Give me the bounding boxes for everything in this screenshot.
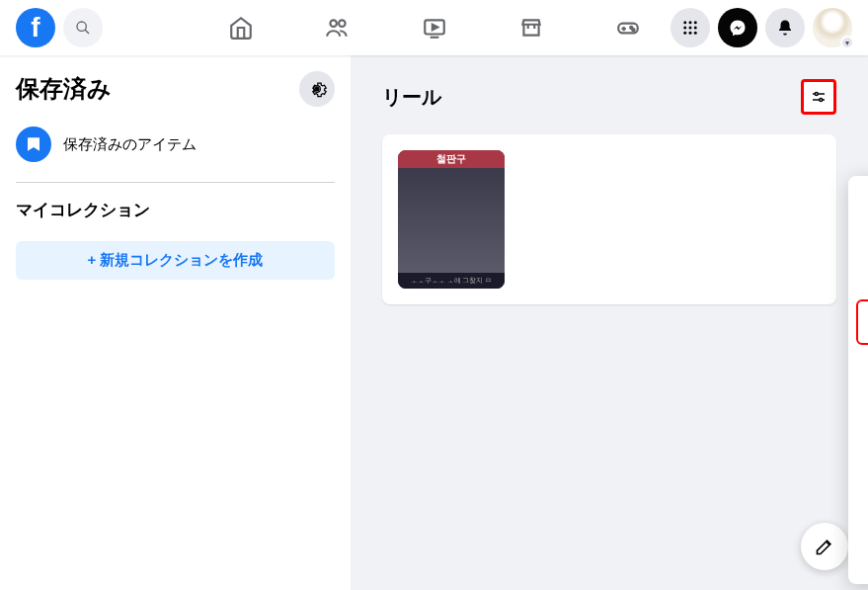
filter-button[interactable]	[801, 79, 836, 115]
svg-marker-6	[432, 25, 436, 30]
filter-option-spot[interactable]: スポット	[856, 383, 868, 422]
filter-option-product[interactable]: 製品	[856, 422, 868, 461]
svg-point-15	[683, 27, 686, 30]
watch-icon	[422, 15, 447, 41]
svg-point-0	[77, 22, 86, 31]
sidebar-item-saved[interactable]: 保存済みのアイテム	[8, 119, 343, 170]
svg-point-3	[339, 20, 346, 27]
create-collection-label: + 新規コレクションを作成	[88, 251, 264, 270]
nav-gaming[interactable]	[584, 4, 672, 51]
create-collection-button[interactable]: + 新規コレクションを作成	[16, 241, 335, 280]
svg-point-13	[689, 21, 692, 24]
gaming-icon	[615, 15, 641, 41]
friends-icon	[325, 15, 351, 41]
thumb-text-top: 철판구	[398, 150, 505, 168]
menu-button[interactable]	[671, 8, 710, 47]
filter-option-coupon[interactable]: クーポン	[856, 499, 868, 538]
svg-point-17	[694, 27, 697, 30]
content-header: リール	[382, 79, 836, 115]
nav-marketplace[interactable]	[487, 4, 576, 51]
account-avatar[interactable]: ▾	[813, 8, 852, 47]
filter-option-photo[interactable]: 写真	[856, 345, 868, 383]
reel-card[interactable]: 철판구 ㅗㅗ구ㅗㅗ ㅗ에 그찾지 ㅁ	[382, 134, 836, 304]
svg-point-16	[689, 27, 692, 30]
filter-option-event[interactable]: イベント	[856, 461, 868, 499]
nav-home[interactable]	[197, 4, 285, 51]
svg-point-20	[694, 32, 697, 35]
filter-option-all[interactable]: すべて	[856, 184, 868, 222]
content-area: リール 철판구 ㅗㅗ구ㅗㅗ ㅗ에 그찾지 ㅁ すべて リンク 動画 リール✓ 写…	[351, 55, 868, 590]
compose-button[interactable]	[801, 523, 848, 570]
thumb-image	[398, 168, 505, 273]
gear-icon	[307, 79, 327, 99]
divider	[16, 182, 335, 183]
nav-watch[interactable]	[390, 4, 479, 51]
messenger-icon	[729, 19, 747, 37]
sidebar-header: 保存済み	[8, 71, 343, 119]
reel-thumbnail: 철판구 ㅗㅗ구ㅗㅗ ㅗ에 그찾지 ㅁ	[398, 150, 505, 289]
saved-icon	[16, 126, 51, 162]
filter-dropdown: すべて リンク 動画 リール✓ 写真 スポット 製品 イベント クーポン その他	[848, 176, 868, 584]
filter-option-reel[interactable]: リール✓	[856, 299, 868, 345]
home-icon	[228, 15, 254, 41]
svg-point-23	[815, 93, 818, 96]
svg-point-11	[632, 29, 634, 31]
svg-point-19	[689, 32, 692, 35]
nav-friends[interactable]	[293, 4, 382, 51]
center-navigation	[197, 4, 672, 51]
svg-point-2	[330, 20, 337, 27]
chevron-down-icon: ▾	[840, 36, 854, 49]
left-sidebar: 保存済み 保存済みのアイテム マイコレクション + 新規コレクションを作成	[0, 55, 351, 590]
notifications-button[interactable]	[765, 8, 805, 47]
filter-option-other[interactable]: その他	[856, 538, 868, 576]
bell-icon	[776, 19, 794, 37]
marketplace-icon	[518, 15, 544, 41]
messenger-button[interactable]	[718, 8, 757, 47]
svg-point-14	[694, 21, 697, 24]
top-navigation-bar: f ▾	[0, 0, 868, 55]
svg-line-1	[85, 30, 89, 34]
settings-button[interactable]	[299, 71, 335, 107]
grid-icon	[681, 19, 699, 37]
thumb-text-bottom: ㅗㅗ구ㅗㅗ ㅗ에 그찾지 ㅁ	[398, 273, 505, 289]
section-title: マイコレクション	[8, 195, 343, 233]
svg-point-12	[683, 21, 686, 24]
filter-icon	[810, 88, 828, 106]
sidebar-item-label: 保存済みのアイテム	[63, 135, 197, 154]
logo-letter: f	[31, 12, 39, 43]
filter-option-video[interactable]: 動画	[856, 261, 868, 299]
edit-icon	[815, 537, 834, 556]
main-layout: 保存済み 保存済みのアイテム マイコレクション + 新規コレクションを作成 リー…	[0, 55, 868, 590]
facebook-logo[interactable]: f	[16, 8, 55, 47]
right-navigation: ▾	[671, 8, 852, 47]
content-title: リール	[382, 84, 441, 111]
svg-point-18	[683, 32, 686, 35]
filter-option-link[interactable]: リンク	[856, 222, 868, 261]
svg-point-25	[820, 99, 823, 102]
search-button[interactable]	[63, 8, 103, 47]
svg-point-21	[315, 87, 320, 92]
sidebar-title: 保存済み	[16, 73, 112, 105]
search-icon	[75, 20, 91, 36]
